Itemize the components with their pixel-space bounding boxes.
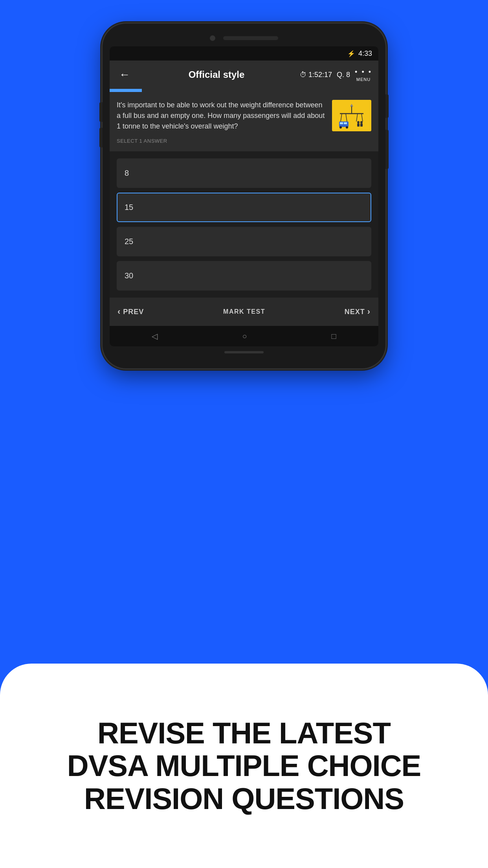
android-recents-icon[interactable]: □	[331, 332, 336, 341]
svg-point-11	[346, 126, 348, 129]
next-arrow-icon: ›	[367, 307, 371, 317]
prev-arrow-icon: ‹	[117, 307, 121, 317]
android-nav-bar: ◁ ○ □	[110, 326, 378, 346]
bus-scale-illustration	[332, 100, 371, 131]
progress-bar	[110, 89, 142, 92]
speaker-bar	[223, 36, 278, 40]
svg-point-12	[357, 121, 360, 123]
svg-rect-8	[340, 122, 343, 124]
battery-icon: ⚡	[347, 50, 355, 57]
phone-device: ⚡ 4:33 ← Official style ⏱ 1:52:17 Q. 8 •…	[103, 24, 385, 368]
mark-test-button[interactable]: MARK TEST	[223, 308, 265, 315]
answer-value-b: 15	[125, 203, 133, 211]
toolbar-title: Official style	[138, 69, 295, 80]
promo-line1: REVISE THE LATEST	[97, 716, 391, 750]
camera-dot	[210, 35, 215, 41]
next-button[interactable]: NEXT ›	[345, 307, 371, 317]
timer-value: 1:52:17	[308, 71, 332, 79]
prev-button[interactable]: ‹ PREV	[117, 307, 144, 317]
phone-top-bar	[110, 31, 378, 46]
mark-label: MARK TEST	[223, 308, 265, 315]
timer-display: ⏱ 1:52:17	[300, 71, 332, 79]
question-number: Q. 8	[337, 71, 350, 79]
promo-line2: DVSA MULTIPLE CHOICE	[67, 749, 421, 782]
question-text: It's important to be able to work out th…	[117, 100, 327, 132]
bottom-nav: ‹ PREV MARK TEST NEXT ›	[110, 298, 378, 326]
answer-value-d: 30	[125, 271, 133, 280]
svg-rect-13	[357, 123, 360, 127]
svg-point-14	[360, 121, 363, 123]
promo-line3: REVISION QUESTIONS	[84, 782, 404, 815]
answer-value-a: 8	[125, 169, 129, 177]
svg-rect-9	[344, 122, 347, 124]
question-area: It's important to be able to work out th…	[110, 92, 378, 151]
app-toolbar: ← Official style ⏱ 1:52:17 Q. 8 • • • ME…	[110, 61, 378, 89]
menu-dots-icon: • • •	[355, 68, 372, 76]
status-time: 4:33	[358, 50, 372, 58]
question-image	[332, 100, 371, 131]
select-label: SELECT 1 ANSWER	[117, 138, 167, 144]
phone-bottom-bar	[110, 346, 378, 360]
answer-option-d[interactable]: 30	[117, 261, 371, 291]
answers-section: 8 15 25 30	[110, 151, 378, 298]
progress-container	[110, 89, 378, 92]
phone-screen: ⚡ 4:33 ← Official style ⏱ 1:52:17 Q. 8 •…	[110, 46, 378, 346]
menu-button[interactable]: • • • MENU	[355, 68, 372, 82]
prev-label: PREV	[123, 308, 144, 316]
android-home-icon[interactable]: ○	[242, 332, 247, 341]
svg-rect-15	[360, 123, 363, 127]
promo-text: REVISE THE LATEST DVSA MULTIPLE CHOICE R…	[44, 717, 444, 815]
menu-label: MENU	[356, 77, 371, 82]
answer-option-a[interactable]: 8	[117, 158, 371, 188]
svg-point-10	[339, 126, 342, 129]
android-back-icon[interactable]: ◁	[152, 331, 158, 341]
answer-option-c[interactable]: 25	[117, 227, 371, 256]
timer-icon: ⏱	[300, 71, 307, 79]
status-bar: ⚡ 4:33	[110, 46, 378, 61]
next-label: NEXT	[345, 308, 365, 316]
answer-option-b[interactable]: 15	[117, 193, 371, 222]
back-button[interactable]: ←	[116, 65, 133, 84]
promo-section: REVISE THE LATEST DVSA MULTIPLE CHOICE R…	[0, 664, 488, 868]
answer-value-c: 25	[125, 237, 133, 246]
phone-home-bar	[224, 351, 264, 353]
